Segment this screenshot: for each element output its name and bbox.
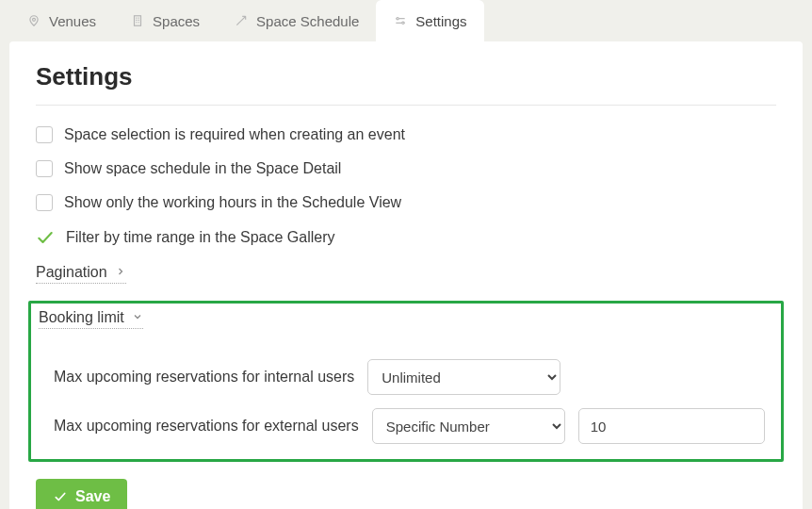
svg-point-0 [33,18,36,21]
option-filter-time-range[interactable]: Filter by time range in the Space Galler… [36,228,776,247]
svg-point-14 [402,22,404,24]
check-icon [36,228,55,247]
tab-spaces[interactable]: Spaces [113,0,217,41]
tab-bar: Venues Spaces Space Schedule Settings [0,0,812,41]
checkbox-icon[interactable] [36,160,53,177]
tab-label: Settings [415,13,466,29]
tab-label: Spaces [153,13,200,29]
section-label-text: Pagination [36,264,107,281]
option-show-space-schedule[interactable]: Show space schedule in the Space Detail [36,160,776,177]
external-limit-select[interactable]: UnlimitedSpecific Number [372,408,565,444]
tab-venues[interactable]: Venues [9,0,113,41]
svg-rect-1 [135,16,141,26]
checkbox-icon[interactable] [36,194,53,211]
tab-settings[interactable]: Settings [376,0,483,41]
settings-panel: Settings Space selection is required whe… [9,41,803,509]
external-limit-number[interactable] [578,408,765,444]
option-label: Show space schedule in the Space Detail [64,160,341,177]
option-label: Space selection is required when creatin… [64,126,405,143]
tab-label: Space Schedule [256,13,359,29]
section-pagination[interactable]: Pagination [36,264,126,284]
booking-limit-highlight: Booking limit Max upcoming reservations … [28,301,784,462]
save-button-label: Save [75,488,110,505]
chevron-down-icon [132,309,143,326]
tab-space-schedule[interactable]: Space Schedule [217,0,376,41]
section-label-text: Booking limit [39,309,124,326]
svg-line-8 [236,16,245,25]
option-space-selection[interactable]: Space selection is required when creatin… [36,126,776,143]
chevron-right-icon [115,264,126,281]
tab-label: Venues [49,13,96,29]
field-label: Max upcoming reservations for external u… [54,418,359,435]
field-internal-users: Max upcoming reservations for internal u… [54,359,775,395]
page-title: Settings [36,62,776,106]
checkbox-icon[interactable] [36,126,53,143]
svg-point-11 [397,18,398,20]
field-label: Max upcoming reservations for internal u… [54,369,354,386]
option-label: Filter by time range in the Space Galler… [66,229,334,246]
wand-icon [234,13,249,28]
internal-limit-select[interactable]: UnlimitedSpecific Number [367,359,560,395]
pin-icon [26,13,41,28]
option-label: Show only the working hours in the Sched… [64,194,401,211]
option-working-hours-only[interactable]: Show only the working hours in the Sched… [36,194,776,211]
sliders-icon [393,13,408,28]
check-icon [53,490,68,503]
field-external-users: Max upcoming reservations for external u… [54,408,775,444]
save-button[interactable]: Save [36,479,127,509]
building-icon [130,13,145,28]
section-booking-limit[interactable]: Booking limit [39,309,143,329]
